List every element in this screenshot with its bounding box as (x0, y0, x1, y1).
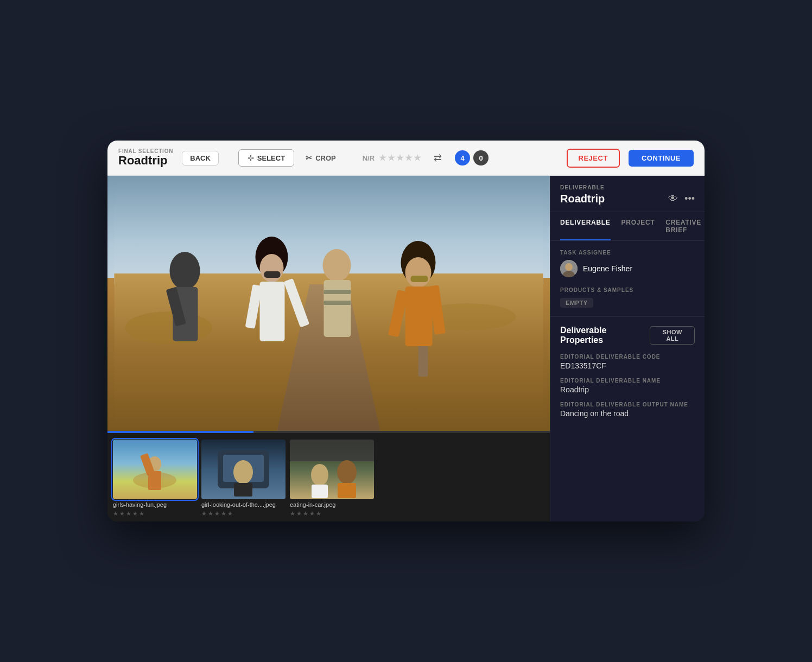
selected-count-badge: 4 (455, 150, 470, 166)
app-container: FINAL SELECTION Roadtrip BACK ⊹ SELECT ✂… (107, 141, 705, 521)
select-label: SELECT (257, 154, 285, 162)
thumb-star-1-2[interactable]: ★ (119, 510, 125, 517)
thumb-star-1-3[interactable]: ★ (126, 510, 131, 517)
thumb-svg-3 (290, 440, 374, 499)
crop-tool-button[interactable]: ✂ CROP (296, 149, 345, 167)
thumbnail-stars-2[interactable]: ★ ★ ★ ★ ★ (201, 510, 286, 517)
thumbnail-item-2[interactable]: girl-looking-out-of-the....jpeg ★ ★ ★ ★ … (201, 440, 286, 517)
thumb-scene-1 (113, 440, 197, 499)
right-panel: DELIVERABLE Roadtrip 👁 ••• DELIVERABLE P… (550, 176, 705, 521)
thumbnail-image-3[interactable] (290, 440, 374, 499)
tab-deliverable[interactable]: DELIVERABLE (560, 212, 611, 240)
thumbnail-stars-1[interactable]: ★ ★ ★ ★ ★ (113, 510, 197, 517)
thumb-star-1-5[interactable]: ★ (139, 510, 144, 517)
property-item-1: EDITORIAL DELIVERABLE NAME Roadtrip (560, 378, 695, 394)
star-2[interactable]: ★ (388, 153, 395, 163)
thumb-star-1-4[interactable]: ★ (132, 510, 138, 517)
deliverable-tabs: DELIVERABLE PROJECT CREATIVE BRIEF (550, 212, 705, 241)
property-value-2: Dancing on the road (560, 409, 695, 418)
svg-rect-25 (411, 276, 428, 282)
thumbnail-image-1[interactable] (113, 440, 197, 499)
thumb-star-1-1[interactable]: ★ (113, 510, 118, 517)
left-panel: girls-having-fun.jpeg ★ ★ ★ ★ ★ (107, 176, 550, 521)
thumbnail-image-2[interactable] (201, 440, 286, 499)
properties-title: Deliverable Properties (560, 326, 650, 345)
star-rating[interactable]: ★ ★ ★ ★ ★ (379, 153, 421, 163)
avatar-image (560, 260, 578, 277)
svg-rect-35 (234, 483, 252, 496)
thumb-star-2-1[interactable]: ★ (201, 510, 207, 517)
thumb-svg-1 (113, 440, 197, 499)
star-3[interactable]: ★ (396, 153, 403, 163)
thumb-star-3-5[interactable]: ★ (316, 510, 321, 517)
thumb-star-3-3[interactable]: ★ (303, 510, 308, 517)
thumb-svg-2 (201, 440, 286, 499)
show-all-button[interactable]: SHOW ALL (650, 326, 695, 345)
thumb-star-3-4[interactable]: ★ (309, 510, 315, 517)
property-key-1: EDITORIAL DELIVERABLE NAME (560, 378, 695, 384)
svg-rect-16 (324, 280, 351, 337)
deliverable-title: Roadtrip (560, 193, 605, 205)
rating-nr-label: N/R (363, 154, 375, 162)
star-5[interactable]: ★ (414, 153, 421, 163)
deliverable-header: DELIVERABLE Roadtrip 👁 ••• (550, 176, 705, 212)
rejected-count-badge: 0 (473, 150, 489, 166)
progress-bar (107, 431, 253, 433)
thumb-star-3-2[interactable]: ★ (296, 510, 302, 517)
products-label: PRODUCTS & SAMPLES (560, 287, 695, 293)
continue-button[interactable]: CONTINUE (629, 150, 694, 167)
back-button[interactable]: BACK (182, 151, 219, 166)
main-content: girls-having-fun.jpeg ★ ★ ★ ★ ★ (107, 176, 705, 521)
tab-project[interactable]: PROJECT (621, 212, 655, 240)
thumbnails-row: girls-having-fun.jpeg ★ ★ ★ ★ ★ (107, 433, 550, 521)
deliverable-label: DELIVERABLE (560, 184, 695, 190)
scene-svg (107, 176, 550, 431)
header: FINAL SELECTION Roadtrip BACK ⊹ SELECT ✂… (107, 141, 705, 175)
thumb-star-2-4[interactable]: ★ (221, 510, 226, 517)
deliverable-title-row: Roadtrip 👁 ••• (560, 193, 695, 205)
property-value-1: Roadtrip (560, 385, 695, 394)
svg-point-20 (405, 257, 432, 288)
property-key-2: EDITORIAL DELIVERABLE OUTPUT NAME (560, 402, 695, 408)
thumbnail-filename-2: girl-looking-out-of-the....jpeg (201, 501, 286, 508)
assignee-row: Eugene Fisher (560, 260, 695, 277)
eye-icon[interactable]: 👁 (668, 193, 678, 205)
svg-point-2 (125, 311, 212, 344)
header-title: Roadtrip (118, 154, 173, 167)
rating-section: N/R ★ ★ ★ ★ ★ (363, 153, 421, 163)
toolbar-group: ⊹ SELECT ✂ CROP (238, 149, 345, 167)
sliders-icon[interactable]: ⇄ (434, 152, 442, 164)
thumb-star-3-1[interactable]: ★ (290, 510, 295, 517)
star-1[interactable]: ★ (379, 153, 386, 163)
thumb-star-2-5[interactable]: ★ (227, 510, 233, 517)
avatar (560, 260, 578, 277)
thumbnail-filename-3: eating-in-car.jpeg (290, 501, 374, 508)
svg-rect-18 (324, 301, 351, 305)
svg-rect-39 (312, 485, 328, 498)
properties-section: Deliverable Properties SHOW ALL EDITORIA… (550, 316, 705, 434)
svg-point-7 (170, 252, 200, 290)
svg-point-43 (565, 263, 573, 271)
thumb-star-2-2[interactable]: ★ (208, 510, 213, 517)
thumbnail-item-3[interactable]: eating-in-car.jpeg ★ ★ ★ ★ ★ (290, 440, 374, 517)
deliverable-body: TASK ASSIGNEE Eugene Fisher PR (550, 241, 705, 316)
property-item-2: EDITORIAL DELIVERABLE OUTPUT NAME Dancin… (560, 402, 695, 418)
crop-icon: ✂ (306, 154, 312, 162)
count-badges: 4 0 (455, 150, 489, 166)
thumbnail-stars-3[interactable]: ★ ★ ★ ★ ★ (290, 510, 374, 517)
reject-button[interactable]: REJECT (567, 149, 620, 168)
icon-row: 👁 ••• (668, 193, 695, 205)
progress-bar-container (107, 431, 550, 433)
svg-point-38 (311, 464, 328, 486)
star-4[interactable]: ★ (405, 153, 412, 163)
thumbnail-item[interactable]: girls-having-fun.jpeg ★ ★ ★ ★ ★ (113, 440, 197, 517)
property-item-0: EDITORIAL DELIVERABLE CODE ED133517CF (560, 354, 695, 370)
products-section: PRODUCTS & SAMPLES EMPTY (560, 287, 695, 308)
thumb-star-2-3[interactable]: ★ (214, 510, 220, 517)
more-options-icon[interactable]: ••• (684, 193, 695, 205)
thumb-scene-3 (290, 440, 374, 499)
select-tool-button[interactable]: ⊹ SELECT (238, 149, 294, 167)
property-key-0: EDITORIAL DELIVERABLE CODE (560, 354, 695, 360)
svg-rect-41 (338, 483, 356, 498)
tab-creative-brief[interactable]: CREATIVE BRIEF (665, 212, 701, 240)
